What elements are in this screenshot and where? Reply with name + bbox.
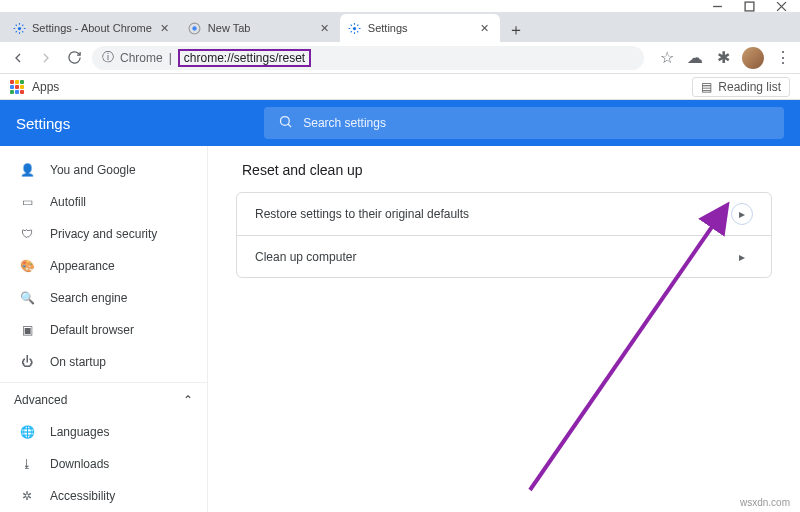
settings-main: Reset and clean up Restore settings to t…	[208, 146, 800, 512]
person-icon: 👤	[18, 163, 36, 177]
settings-search[interactable]	[264, 107, 784, 139]
reading-list-label: Reading list	[718, 80, 781, 94]
sidebar-item-autofill[interactable]: ▭Autofill	[0, 186, 207, 218]
sidebar-item-appearance[interactable]: 🎨Appearance	[0, 250, 207, 282]
section-label: Advanced	[14, 393, 67, 407]
svg-point-4	[17, 26, 20, 29]
svg-point-8	[281, 116, 290, 125]
row-restore-defaults[interactable]: Restore settings to their original defau…	[237, 193, 771, 235]
window-titlebar	[0, 0, 800, 12]
tab-settings[interactable]: Settings ✕	[340, 14, 500, 42]
forward-button[interactable]	[36, 48, 56, 68]
sidebar-item-label: Privacy and security	[50, 227, 157, 241]
accessibility-icon: ✲	[18, 489, 36, 503]
tab-title: Settings	[368, 22, 408, 34]
svg-line-9	[288, 124, 291, 127]
apps-label[interactable]: Apps	[32, 80, 59, 94]
tab-settings-about[interactable]: Settings - About Chrome ✕	[4, 14, 180, 42]
sidebar-item-accessibility[interactable]: ✲Accessibility	[0, 480, 207, 512]
sidebar-section-advanced[interactable]: Advanced ⌃	[0, 382, 207, 416]
search-icon	[278, 114, 293, 133]
palette-icon: 🎨	[18, 259, 36, 273]
globe-icon: 🌐	[18, 425, 36, 439]
autofill-icon: ▭	[18, 195, 36, 209]
settings-search-input[interactable]	[303, 116, 453, 130]
tab-title: New Tab	[208, 22, 251, 34]
sidebar-item-privacy[interactable]: 🛡Privacy and security	[0, 218, 207, 250]
gear-icon	[12, 21, 26, 35]
shield-icon: 🛡	[18, 227, 36, 241]
sidebar-item-label: Languages	[50, 425, 109, 439]
bookmarks-bar: Apps ▤ Reading list	[0, 74, 800, 100]
tab-new-tab[interactable]: New Tab ✕	[180, 14, 340, 42]
reload-button[interactable]	[64, 48, 84, 68]
chevron-up-icon: ⌃	[183, 393, 193, 407]
browser-icon: ▣	[18, 323, 36, 337]
svg-point-6	[193, 26, 197, 30]
new-tab-button[interactable]: ＋	[504, 18, 528, 42]
row-clean-up-computer[interactable]: Clean up computer ▸	[237, 235, 771, 277]
svg-rect-1	[745, 2, 754, 11]
search-icon: 🔍	[18, 291, 36, 305]
page-title: Settings	[16, 115, 70, 132]
sidebar-item-label: Default browser	[50, 323, 134, 337]
cloud-icon[interactable]: ☁	[686, 49, 704, 67]
window-maximize[interactable]	[742, 0, 756, 13]
chevron-right-icon: ▸	[731, 246, 753, 268]
sidebar-item-default-browser[interactable]: ▣Default browser	[0, 314, 207, 346]
back-button[interactable]	[8, 48, 28, 68]
sidebar-item-languages[interactable]: 🌐Languages	[0, 416, 207, 448]
window-close[interactable]	[774, 0, 788, 13]
url-text: chrome://settings/reset	[178, 49, 311, 67]
sidebar-item-label: Downloads	[50, 457, 109, 471]
sidebar-item-you-and-google[interactable]: 👤You and Google	[0, 154, 207, 186]
profile-avatar[interactable]	[742, 47, 764, 69]
power-icon: ⏻	[18, 355, 36, 369]
gear-icon	[348, 21, 362, 35]
chrome-icon	[188, 21, 202, 35]
extensions-icon[interactable]: ✱	[714, 49, 732, 67]
sidebar-item-label: Autofill	[50, 195, 86, 209]
star-icon[interactable]: ☆	[658, 49, 676, 67]
sidebar-item-label: On startup	[50, 355, 106, 369]
omnibox-separator: |	[169, 51, 172, 65]
close-icon[interactable]: ✕	[478, 21, 492, 35]
sidebar-item-downloads[interactable]: ⭳Downloads	[0, 448, 207, 480]
settings-header: Settings	[0, 100, 800, 146]
sidebar-item-search-engine[interactable]: 🔍Search engine	[0, 282, 207, 314]
window-minimize[interactable]	[710, 0, 724, 13]
browser-toolbar: ⓘ Chrome | chrome://settings/reset ☆ ☁ ✱…	[0, 42, 800, 74]
watermark: wsxdn.com	[740, 497, 790, 508]
section-title: Reset and clean up	[242, 162, 772, 178]
row-label: Restore settings to their original defau…	[255, 207, 469, 221]
tab-title: Settings - About Chrome	[32, 22, 152, 34]
close-icon[interactable]: ✕	[158, 21, 172, 35]
settings-sidebar: 👤You and Google ▭Autofill 🛡Privacy and s…	[0, 146, 208, 512]
apps-icon[interactable]	[10, 80, 24, 94]
menu-icon[interactable]: ⋮	[774, 49, 792, 67]
row-label: Clean up computer	[255, 250, 356, 264]
sidebar-item-label: Appearance	[50, 259, 115, 273]
sidebar-item-label: Search engine	[50, 291, 127, 305]
download-icon: ⭳	[18, 457, 36, 471]
close-icon[interactable]: ✕	[318, 21, 332, 35]
sidebar-item-on-startup[interactable]: ⏻On startup	[0, 346, 207, 378]
tab-strip: Settings - About Chrome ✕ New Tab ✕ Sett…	[0, 12, 800, 42]
site-info-icon[interactable]: ⓘ	[102, 49, 114, 66]
svg-point-7	[353, 26, 356, 29]
list-icon: ▤	[701, 80, 712, 94]
site-label: Chrome	[120, 51, 163, 65]
address-bar[interactable]: ⓘ Chrome | chrome://settings/reset	[92, 46, 644, 70]
reading-list-button[interactable]: ▤ Reading list	[692, 77, 790, 97]
sidebar-item-label: Accessibility	[50, 489, 115, 503]
sidebar-item-label: You and Google	[50, 163, 136, 177]
chevron-right-icon: ▸	[731, 203, 753, 225]
reset-card: Restore settings to their original defau…	[236, 192, 772, 278]
